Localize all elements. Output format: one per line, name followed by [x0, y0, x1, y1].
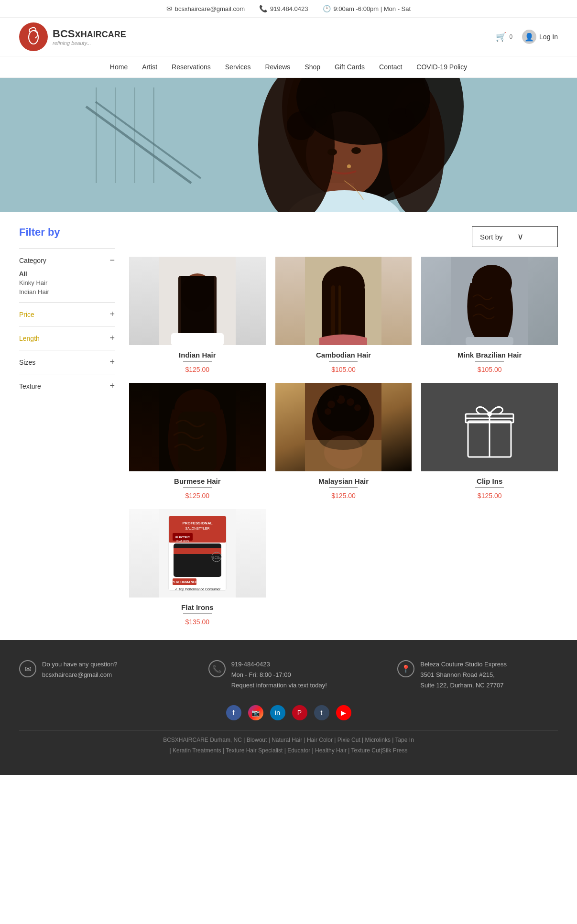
product-name-cambodian-hair: Cambodian Hair	[316, 351, 371, 359]
filter-section-price: Price +	[19, 302, 115, 326]
sizes-label: Sizes	[19, 359, 35, 366]
price-header[interactable]: Price +	[19, 309, 115, 319]
header: BCSxHAIRCARE refining beauty... 🛒 0 👤 Lo…	[0, 18, 577, 56]
youtube-icon[interactable]: ▶	[336, 705, 351, 720]
sizes-toggle[interactable]: +	[109, 357, 115, 367]
footer-tags-line1: BCSXHAIRCARE Durham, NC | Blowout | Natu…	[19, 735, 558, 746]
svg-rect-70	[174, 548, 221, 554]
product-card-malaysian-hair[interactable]: Malaysian Hair $125.00	[275, 383, 412, 500]
product-card-cambodian-hair[interactable]: Cambodian Hair $105.00	[275, 257, 412, 373]
length-label: Length	[19, 335, 40, 342]
filter-option-indian[interactable]: Indian Hair	[19, 288, 115, 295]
cart-icon: 🛒	[496, 32, 506, 42]
product-image-flat-irons: PROFESSIONAL SALONSTYLER ELECTRIC FLAT I…	[129, 509, 266, 598]
svg-text:BCSx: BCSx	[212, 556, 221, 559]
logo-area: BCSxHAIRCARE refining beauty...	[19, 22, 126, 51]
filter-section-sizes: Sizes +	[19, 350, 115, 374]
product-image-indian-hair	[129, 257, 266, 345]
svg-point-49	[325, 408, 331, 415]
category-label: Category	[19, 257, 46, 264]
chevron-down-icon: ∨	[517, 231, 523, 242]
product-name-malaysian: Malaysian Hair	[318, 477, 369, 485]
filter-section-texture: Texture +	[19, 374, 115, 398]
product-card-burmese-hair[interactable]: Burmese Hair $125.00	[129, 383, 266, 500]
product-name-mink-brazilian: Mink Brazilian Hair	[457, 351, 522, 359]
product-name-burmese: Burmese Hair	[174, 477, 221, 485]
product-card-indian-hair[interactable]: Indian Hair $125.00	[129, 257, 266, 373]
product-card-clip-ins[interactable]: Clip Ins $125.00	[421, 383, 558, 500]
length-header[interactable]: Length +	[19, 333, 115, 343]
price-toggle[interactable]: +	[109, 309, 115, 319]
texture-toggle[interactable]: +	[109, 381, 115, 391]
product-card-flat-irons[interactable]: PROFESSIONAL SALONSTYLER ELECTRIC FLAT I…	[129, 509, 266, 626]
category-header[interactable]: Category −	[19, 255, 115, 265]
nav-services[interactable]: Services	[225, 63, 251, 71]
product-grid: Indian Hair $125.00	[129, 257, 558, 626]
svg-rect-38	[466, 337, 513, 345]
svg-text:FLAT IRON: FLAT IRON	[176, 540, 189, 543]
nav-reservations[interactable]: Reservations	[172, 63, 211, 71]
product-image-malaysian	[275, 383, 412, 471]
logo-text: BCSxHAIRCARE refining beauty...	[53, 28, 126, 46]
sort-select[interactable]: Sort by ∨	[472, 226, 558, 247]
footer-divider	[19, 730, 558, 730]
svg-text:PROFESSIONAL: PROFESSIONAL	[182, 521, 212, 525]
svg-point-23	[327, 149, 337, 155]
facebook-icon[interactable]: f	[226, 705, 241, 720]
pinterest-icon[interactable]: P	[292, 705, 307, 720]
user-avatar: 👤	[522, 30, 536, 44]
social-links: f 📷 in P t ▶	[19, 705, 558, 720]
svg-point-44	[317, 385, 370, 433]
nav-artist[interactable]: Artist	[142, 63, 157, 71]
phone-icon: 📞	[259, 5, 267, 12]
sizes-header[interactable]: Sizes +	[19, 357, 115, 367]
nav-contact[interactable]: Contact	[379, 63, 402, 71]
hours-text: 9:00am -6:00pm | Mon - Sat	[334, 5, 411, 12]
top-bar: ✉ bcsxhaircare@gmail.com 📞 919.484.0423 …	[0, 0, 577, 18]
svg-rect-28	[181, 276, 214, 343]
footer-hours: Mon - Fri: 8:00 -17:00	[231, 670, 327, 680]
footer-tags: BCSXHAIRCARE Durham, NC | Blowout | Natu…	[19, 735, 558, 756]
tumblr-icon[interactable]: t	[314, 705, 329, 720]
filter-title: Filter by	[19, 226, 115, 239]
footer: ✉ Do you have any question? bcsxhaircare…	[0, 640, 577, 775]
svg-point-21	[405, 101, 426, 122]
brand-tagline: refining beauty...	[53, 40, 126, 46]
linkedin-icon[interactable]: in	[270, 705, 285, 720]
product-price-flat-irons: $135.00	[185, 618, 210, 626]
location-icon: 📍	[397, 660, 414, 677]
svg-point-50	[333, 394, 339, 400]
category-toggle[interactable]: −	[109, 255, 115, 265]
texture-header[interactable]: Texture +	[19, 381, 115, 391]
svg-text:ELECTRIC: ELECTRIC	[175, 536, 190, 539]
filter-section-category: Category − All Kinky Hair Indian Hair	[19, 248, 115, 302]
hero-image	[0, 78, 577, 212]
nav-reviews[interactable]: Reviews	[265, 63, 290, 71]
products-area: Sort by ∨	[129, 226, 558, 626]
product-divider	[329, 361, 358, 362]
filter-option-all[interactable]: All	[19, 270, 115, 277]
product-card-mink-brazilian-hair[interactable]: Mink Brazilian Hair $105.00	[421, 257, 558, 373]
nav-covid[interactable]: COVID-19 Policy	[416, 63, 467, 71]
filter-option-kinky[interactable]: Kinky Hair	[19, 279, 115, 286]
footer-contact-col: ✉ Do you have any question? bcsxhaircare…	[19, 659, 180, 680]
nav-gift-cards[interactable]: Gift Cards	[335, 63, 365, 71]
login-button[interactable]: 👤 Log In	[522, 30, 558, 44]
svg-text:PERFORMANCE: PERFORMANCE	[171, 580, 197, 584]
length-toggle[interactable]: +	[109, 333, 115, 343]
svg-point-22	[347, 164, 351, 168]
footer-phone-col: 📞 919-484-0423 Mon - Fri: 8:00 -17:00 Re…	[208, 659, 369, 691]
footer-contact-prompt: Do you have any question?	[42, 659, 118, 670]
footer-tags-line2: | Keratin Treatments | Texture Hair Spec…	[19, 746, 558, 756]
cart-area[interactable]: 🛒 0	[496, 32, 512, 42]
svg-text:SALONSTYLER: SALONSTYLER	[185, 527, 209, 530]
nav-shop[interactable]: Shop	[305, 63, 320, 71]
instagram-icon[interactable]: 📷	[248, 705, 263, 720]
hours-info: 🕐 9:00am -6:00pm | Mon - Sat	[323, 5, 411, 12]
svg-rect-4	[115, 87, 116, 183]
nav-home[interactable]: Home	[110, 63, 128, 71]
price-label: Price	[19, 311, 34, 318]
svg-rect-30	[171, 333, 224, 345]
svg-text:✓ Consumer: ✓ Consumer	[201, 587, 221, 591]
svg-rect-5	[134, 87, 135, 183]
